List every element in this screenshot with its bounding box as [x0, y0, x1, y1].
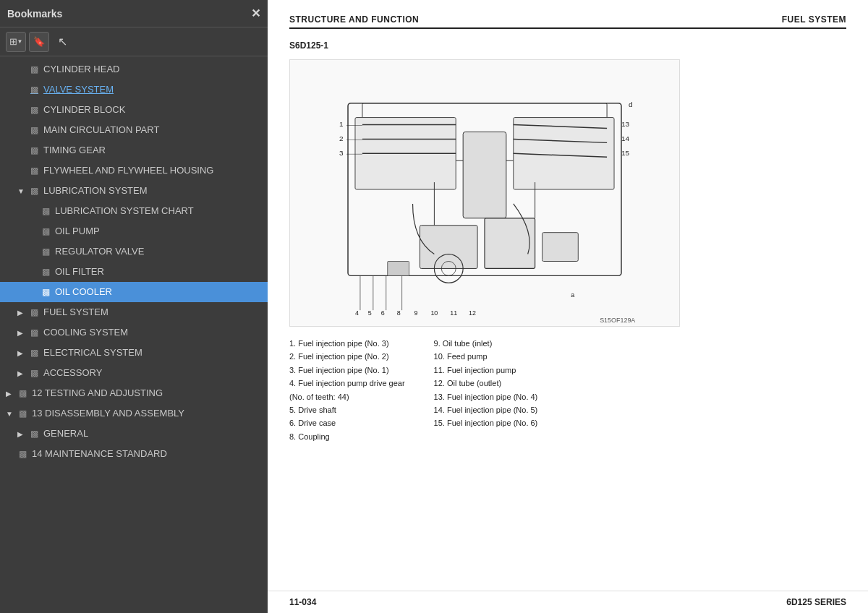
svg-text:8: 8 [397, 309, 401, 317]
item-label-cylinder-block: CYLINDER BLOCK [43, 104, 262, 116]
header-left: STRUCTURE AND FUNCTION [289, 14, 419, 25]
parts-col-left: 1. Fuel injection pipe (No. 3)2. Fuel in… [289, 338, 405, 442]
svg-text:14: 14 [621, 134, 630, 142]
bookmark-icon: ▩ [30, 85, 41, 95]
bookmark-item-timing-gear[interactable]: ▩TIMING GEAR [0, 140, 268, 160]
parts-item-right: 14. Fuel injection pipe (No. 5) [434, 405, 538, 416]
item-label-accessory: ACCESSORY [43, 367, 262, 380]
chevron-icon[interactable]: ▶ [6, 390, 16, 398]
bookmark-icon: ▩ [42, 267, 52, 277]
bookmark-item-flywheel[interactable]: ▩FLYWHEEL AND FLYWHEEL HOUSING [0, 160, 268, 181]
item-label-cylinder-head: CYLINDER HEAD [43, 64, 262, 76]
item-label-electrical-system: ELECTRICAL SYSTEM [43, 347, 262, 359]
parts-item-right: 12. Oil tube (outlet) [434, 378, 538, 389]
bookmark-icon: ▩ [30, 368, 41, 378]
svg-text:2: 2 [339, 134, 344, 142]
item-label-timing-gear: TIMING GEAR [43, 145, 262, 157]
bookmark-item-oil-filter[interactable]: ▩OIL FILTER [0, 262, 268, 282]
svg-text:12: 12 [469, 309, 476, 317]
bookmark-item-fuel-system[interactable]: ▶▩FUEL SYSTEM [0, 302, 268, 322]
svg-rect-23 [485, 218, 535, 269]
parts-col-right: 9. Oil tube (inlet)10. Feed pump11. Fuel… [434, 338, 538, 442]
svg-text:3: 3 [339, 149, 344, 157]
item-label-testing-adjusting: 12 TESTING AND ADJUSTING [32, 387, 262, 400]
chevron-icon[interactable]: ▼ [17, 187, 27, 195]
parts-item-right: 13. Fuel injection pipe (No. 4) [434, 392, 538, 403]
chevron-icon[interactable]: ▶ [17, 430, 27, 438]
parts-item-right: 10. Feed pump [434, 351, 538, 362]
bookmark-list: ▩CYLINDER HEAD▩VALVE SYSTEM▩CYLINDER BLO… [0, 56, 268, 613]
parts-item-left: 4. Fuel injection pump drive gear [289, 378, 405, 389]
bookmark-item-lubrication-chart[interactable]: ▩LUBRICATION SYSTEM CHART [0, 201, 268, 221]
parts-item-right: 15. Fuel injection pipe (No. 6) [434, 418, 538, 429]
bookmark-icon: ▩ [30, 166, 41, 176]
main-content: STRUCTURE AND FUNCTION FUEL SYSTEM S6D12… [268, 0, 868, 613]
bookmark-icon: ▩ [30, 64, 41, 74]
cursor-icon-button[interactable]: ↖ [52, 32, 72, 52]
svg-text:15: 15 [621, 149, 630, 157]
item-label-lubrication-chart: LUBRICATION SYSTEM CHART [55, 205, 262, 218]
bookmark-item-accessory[interactable]: ▶▩ACCESSORY [0, 363, 268, 383]
parts-item-left: 8. Coupling [289, 432, 405, 442]
bookmark-item-general[interactable]: ▶▩GENERAL [0, 424, 268, 444]
chevron-icon[interactable]: ▶ [17, 309, 27, 317]
bookmark-item-oil-cooler[interactable]: ▩OIL COOLER [0, 282, 268, 302]
bookmark-item-cylinder-head[interactable]: ▩CYLINDER HEAD [0, 59, 268, 80]
item-label-oil-pump: OIL PUMP [55, 226, 262, 238]
bookmark-item-valve-system[interactable]: ▩VALVE SYSTEM [0, 80, 268, 100]
sidebar: Bookmarks ✕ ⊞ ▼ 🔖 ↖ ▩CYLINDER HEAD▩VALVE… [0, 0, 268, 613]
item-label-disassembly-assembly: 13 DISASSEMBLY AND ASSEMBLY [32, 408, 262, 420]
bookmark-item-cylinder-block[interactable]: ▩CYLINDER BLOCK [0, 100, 268, 120]
bookmark-icon: ▩ [30, 125, 41, 135]
footer-left: 11-034 [289, 597, 316, 607]
bookmark-icon: ▩ [30, 186, 41, 196]
chevron-icon[interactable]: ▼ [6, 410, 16, 418]
svg-text:1: 1 [339, 120, 344, 128]
view-icon-button[interactable]: ⊞ ▼ [6, 32, 26, 52]
bookmark-item-regulator-valve[interactable]: ▩REGULATOR VALVE [0, 241, 268, 262]
sidebar-header: Bookmarks ✕ [0, 0, 268, 27]
parts-item-left: 1. Fuel injection pipe (No. 3) [289, 338, 405, 349]
bookmark-icon: ▩ [42, 226, 52, 236]
bookmark-item-disassembly-assembly[interactable]: ▼▩13 DISASSEMBLY AND ASSEMBLY [0, 403, 268, 424]
bookmark-icon: ▩ [19, 388, 29, 398]
item-label-general: GENERAL [43, 428, 262, 440]
item-label-cooling-system: COOLING SYSTEM [43, 327, 262, 339]
sidebar-title: Bookmarks [7, 8, 62, 20]
bookmark-item-cooling-system[interactable]: ▶▩COOLING SYSTEM [0, 322, 268, 343]
parts-item-left: 2. Fuel injection pipe (No. 2) [289, 351, 405, 362]
diagram-container: S6D125-1 [289, 40, 846, 327]
diagram-image: 1 2 3 13 14 15 d [289, 59, 680, 327]
view-icon: ⊞ [9, 36, 17, 47]
svg-text:6: 6 [381, 309, 385, 317]
bookmark-item-electrical-system[interactable]: ▶▩ELECTRICAL SYSTEM [0, 343, 268, 363]
parts-item-right: 9. Oil tube (inlet) [434, 338, 538, 349]
chevron-icon[interactable]: ▶ [17, 369, 27, 377]
bookmark-item-lubrication-system[interactable]: ▼▩LUBRICATION SYSTEM [0, 181, 268, 201]
svg-rect-41 [388, 261, 409, 275]
svg-text:5: 5 [368, 309, 372, 317]
bookmark-icon: ▩ [42, 287, 52, 297]
svg-text:13: 13 [621, 120, 630, 128]
bookmark-item-testing-adjusting[interactable]: ▶▩12 TESTING AND ADJUSTING [0, 383, 268, 403]
svg-text:9: 9 [414, 309, 418, 317]
svg-text:d: d [629, 100, 633, 108]
bookmark-item-oil-pump[interactable]: ▩OIL PUMP [0, 221, 268, 241]
item-label-regulator-valve: REGULATOR VALVE [55, 246, 262, 258]
chevron-icon[interactable]: ▶ [17, 329, 27, 337]
svg-text:a: a [571, 291, 574, 299]
sidebar-toolbar: ⊞ ▼ 🔖 ↖ [0, 27, 268, 56]
header-right: FUEL SYSTEM [782, 14, 846, 25]
svg-rect-5 [463, 132, 506, 218]
page-content: STRUCTURE AND FUNCTION FUEL SYSTEM S6D12… [268, 0, 868, 591]
bookmark-icon: 🔖 [33, 36, 45, 47]
chevron-icon[interactable]: ▶ [17, 349, 27, 357]
dropdown-arrow: ▼ [17, 38, 23, 45]
bookmark-icon-button[interactable]: 🔖 [29, 32, 49, 52]
bookmark-icon: ▩ [30, 307, 41, 317]
bookmark-item-maintenance-standard[interactable]: ▩14 MAINTENANCE STANDARD [0, 444, 268, 464]
bookmark-item-main-circulation[interactable]: ▩MAIN CIRCULATION PART [0, 120, 268, 140]
close-button[interactable]: ✕ [251, 7, 260, 20]
parts-item-left: 5. Drive shaft [289, 405, 405, 416]
bookmark-icon: ▩ [42, 206, 52, 216]
